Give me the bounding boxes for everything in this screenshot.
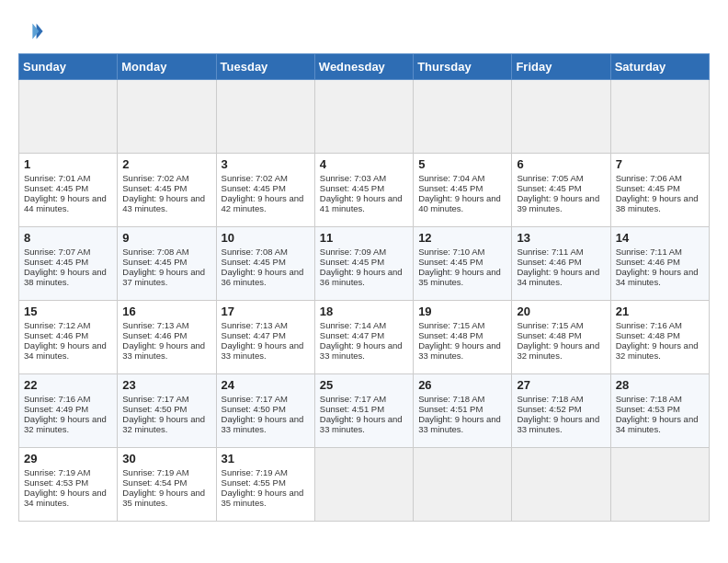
sunset-text: Sunset: 4:45 PM xyxy=(222,183,310,193)
sunrise-text: Sunrise: 7:10 AM xyxy=(418,247,506,257)
sunrise-text: Sunrise: 7:06 AM xyxy=(616,173,704,183)
daylight-text: Daylight: 9 hours and 42 minutes. xyxy=(222,193,310,213)
calendar-week-row: 8Sunrise: 7:07 AMSunset: 4:45 PMDaylight… xyxy=(19,227,710,301)
sunrise-text: Sunrise: 7:18 AM xyxy=(517,394,605,404)
sunset-text: Sunset: 4:45 PM xyxy=(24,257,112,267)
sunset-text: Sunset: 4:46 PM xyxy=(122,330,210,340)
sunset-text: Sunset: 4:48 PM xyxy=(418,330,506,340)
calendar-cell: 4Sunrise: 7:03 AMSunset: 4:45 PMDaylight… xyxy=(314,154,413,227)
calendar-cell: 11Sunrise: 7:09 AMSunset: 4:45 PMDayligh… xyxy=(314,227,413,301)
day-number: 24 xyxy=(222,378,310,392)
sunset-text: Sunset: 4:45 PM xyxy=(122,257,210,267)
day-number: 1 xyxy=(24,157,112,171)
daylight-text: Daylight: 9 hours and 40 minutes. xyxy=(418,193,506,213)
sunset-text: Sunset: 4:49 PM xyxy=(24,404,112,414)
sunrise-text: Sunrise: 7:15 AM xyxy=(517,320,605,330)
calendar-header-thursday: Thursday xyxy=(414,54,512,80)
calendar-header-saturday: Saturday xyxy=(610,54,709,80)
calendar-cell: 25Sunrise: 7:17 AMSunset: 4:51 PMDayligh… xyxy=(314,374,413,448)
day-number: 2 xyxy=(122,157,210,171)
calendar-cell: 20Sunrise: 7:15 AMSunset: 4:48 PMDayligh… xyxy=(512,301,610,374)
day-number: 6 xyxy=(517,157,605,171)
daylight-text: Daylight: 9 hours and 34 minutes. xyxy=(24,340,112,361)
daylight-text: Daylight: 9 hours and 35 minutes. xyxy=(122,488,210,508)
calendar-cell xyxy=(118,80,216,154)
calendar-cell: 13Sunrise: 7:11 AMSunset: 4:46 PMDayligh… xyxy=(512,227,610,301)
calendar-cell: 23Sunrise: 7:17 AMSunset: 4:50 PMDayligh… xyxy=(118,374,216,448)
calendar-cell: 26Sunrise: 7:18 AMSunset: 4:51 PMDayligh… xyxy=(414,374,512,448)
calendar-cell xyxy=(19,80,118,154)
calendar-cell: 2Sunrise: 7:02 AMSunset: 4:45 PMDaylight… xyxy=(118,154,216,227)
sunrise-text: Sunrise: 7:02 AM xyxy=(222,173,310,183)
sunset-text: Sunset: 4:50 PM xyxy=(222,404,310,414)
day-number: 15 xyxy=(24,304,112,318)
calendar-cell: 29Sunrise: 7:19 AMSunset: 4:53 PMDayligh… xyxy=(19,448,118,522)
sunset-text: Sunset: 4:45 PM xyxy=(418,257,506,267)
day-number: 4 xyxy=(320,157,408,171)
sunrise-text: Sunrise: 7:15 AM xyxy=(418,320,506,330)
sunrise-text: Sunrise: 7:04 AM xyxy=(418,173,506,183)
calendar-header-row: SundayMondayTuesdayWednesdayThursdayFrid… xyxy=(19,54,710,80)
day-number: 30 xyxy=(122,452,210,465)
calendar-cell: 21Sunrise: 7:16 AMSunset: 4:48 PMDayligh… xyxy=(610,301,709,374)
calendar-cell xyxy=(414,448,512,522)
daylight-text: Daylight: 9 hours and 36 minutes. xyxy=(320,267,408,287)
day-number: 16 xyxy=(122,304,210,318)
sunset-text: Sunset: 4:45 PM xyxy=(616,183,704,193)
sunset-text: Sunset: 4:45 PM xyxy=(320,183,408,193)
daylight-text: Daylight: 9 hours and 33 minutes. xyxy=(517,414,605,434)
sunrise-text: Sunrise: 7:11 AM xyxy=(616,247,704,257)
calendar-cell: 1Sunrise: 7:01 AMSunset: 4:45 PMDaylight… xyxy=(19,154,118,227)
sunset-text: Sunset: 4:47 PM xyxy=(320,330,408,340)
calendar-cell: 6Sunrise: 7:05 AMSunset: 4:45 PMDaylight… xyxy=(512,154,610,227)
daylight-text: Daylight: 9 hours and 33 minutes. xyxy=(320,414,408,434)
day-number: 31 xyxy=(222,452,310,465)
calendar-cell xyxy=(216,80,314,154)
calendar-cell: 31Sunrise: 7:19 AMSunset: 4:55 PMDayligh… xyxy=(216,448,314,522)
day-number: 22 xyxy=(24,378,112,392)
day-number: 28 xyxy=(616,378,704,392)
sunrise-text: Sunrise: 7:01 AM xyxy=(24,173,112,183)
calendar-header-tuesday: Tuesday xyxy=(216,54,314,80)
calendar-cell xyxy=(414,80,512,154)
sunset-text: Sunset: 4:53 PM xyxy=(24,477,112,488)
day-number: 10 xyxy=(222,231,310,245)
day-number: 20 xyxy=(517,304,605,318)
sunset-text: Sunset: 4:45 PM xyxy=(24,183,112,193)
calendar-body: 1Sunrise: 7:01 AMSunset: 4:45 PMDaylight… xyxy=(19,80,710,522)
sunset-text: Sunset: 4:45 PM xyxy=(320,257,408,267)
calendar-cell: 15Sunrise: 7:12 AMSunset: 4:46 PMDayligh… xyxy=(19,301,118,374)
sunset-text: Sunset: 4:48 PM xyxy=(616,330,704,340)
day-number: 29 xyxy=(24,452,112,465)
day-number: 5 xyxy=(418,157,506,171)
calendar-cell xyxy=(512,448,610,522)
calendar-week-row: 1Sunrise: 7:01 AMSunset: 4:45 PMDaylight… xyxy=(19,154,710,227)
day-number: 26 xyxy=(418,378,506,392)
page-container: SundayMondayTuesdayWednesdayThursdayFrid… xyxy=(0,0,728,531)
sunrise-text: Sunrise: 7:17 AM xyxy=(122,394,210,404)
logo-icon xyxy=(18,18,44,44)
daylight-text: Daylight: 9 hours and 38 minutes. xyxy=(616,193,704,213)
daylight-text: Daylight: 9 hours and 35 minutes. xyxy=(418,267,506,287)
sunset-text: Sunset: 4:46 PM xyxy=(24,330,112,340)
calendar-cell xyxy=(610,448,709,522)
sunrise-text: Sunrise: 7:11 AM xyxy=(517,247,605,257)
sunrise-text: Sunrise: 7:17 AM xyxy=(222,394,310,404)
calendar-cell: 28Sunrise: 7:18 AMSunset: 4:53 PMDayligh… xyxy=(610,374,709,448)
daylight-text: Daylight: 9 hours and 34 minutes. xyxy=(616,414,704,434)
sunrise-text: Sunrise: 7:19 AM xyxy=(122,467,210,477)
day-number: 8 xyxy=(24,231,112,245)
daylight-text: Daylight: 9 hours and 32 minutes. xyxy=(24,414,112,434)
calendar-cell: 19Sunrise: 7:15 AMSunset: 4:48 PMDayligh… xyxy=(414,301,512,374)
calendar-cell: 30Sunrise: 7:19 AMSunset: 4:54 PMDayligh… xyxy=(118,448,216,522)
calendar-week-row xyxy=(19,80,710,154)
daylight-text: Daylight: 9 hours and 34 minutes. xyxy=(517,267,605,287)
day-number: 27 xyxy=(517,378,605,392)
calendar-week-row: 29Sunrise: 7:19 AMSunset: 4:53 PMDayligh… xyxy=(19,448,710,522)
sunrise-text: Sunrise: 7:09 AM xyxy=(320,247,408,257)
sunrise-text: Sunrise: 7:17 AM xyxy=(320,394,408,404)
sunset-text: Sunset: 4:45 PM xyxy=(222,257,310,267)
sunset-text: Sunset: 4:45 PM xyxy=(122,183,210,193)
daylight-text: Daylight: 9 hours and 38 minutes. xyxy=(24,267,112,287)
sunrise-text: Sunrise: 7:18 AM xyxy=(616,394,704,404)
